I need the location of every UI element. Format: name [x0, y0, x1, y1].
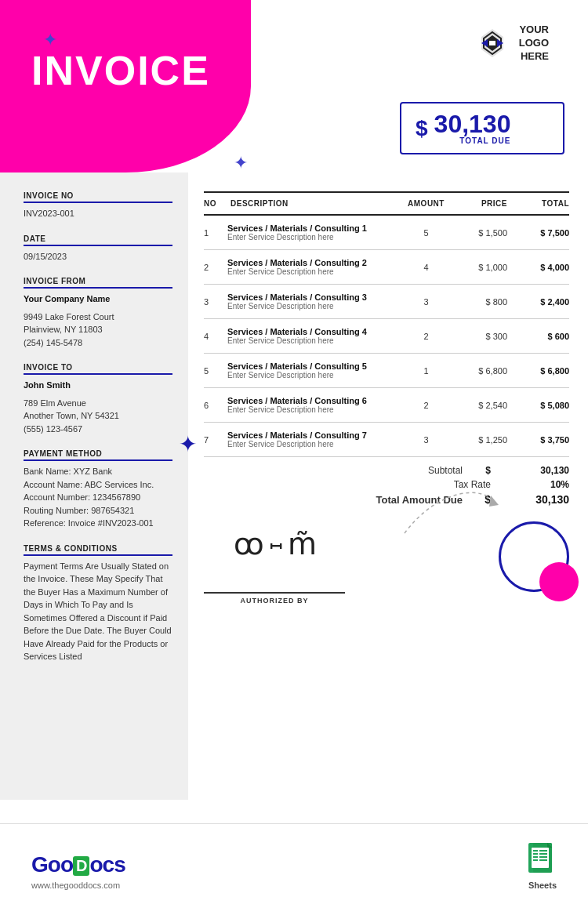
total-amount-value: 30,130: [434, 111, 511, 136]
row-amount: 4: [401, 263, 452, 272]
payment-label: PAYMENT METHOD: [24, 449, 172, 458]
footer: GooDocs www.thegooddocs.com Sheets: [0, 823, 588, 897]
total-value: 30,130: [506, 493, 569, 506]
col-no-header: NO: [204, 199, 227, 208]
payment-details: Bank Name: XYZ Bank Account Name: ABC Se…: [24, 465, 172, 530]
row-desc-sub: Enter Service Description here: [227, 371, 401, 380]
row-desc-sub: Enter Service Description here: [227, 336, 401, 345]
sheets-label: Sheets: [528, 881, 557, 890]
date-label: DATE: [24, 234, 172, 243]
invoice-no-value: INV2023-001: [24, 207, 172, 220]
sidebar: INVOICE NO INV2023-001 DATE 09/15/2023 I…: [0, 172, 188, 800]
total-due-box: $ 30,130 TOTAL DUE: [400, 102, 564, 154]
row-amount: 3: [401, 297, 452, 307]
svg-marker-4: [489, 496, 499, 507]
table-row: 1 Services / Materials / Consulting 1 En…: [204, 216, 569, 250]
from-address: 9949 Lake Forest Court Plainview, NY 118…: [24, 310, 172, 350]
signature-line: [204, 592, 345, 594]
subtotal-row: Subtotal $ 30,130: [384, 465, 569, 476]
row-desc-sub: Enter Service Description here: [227, 440, 401, 448]
signature-scribble: ꝏ ꟷ m̃: [234, 529, 315, 559]
row-no: 1: [204, 228, 227, 238]
svg-rect-10: [533, 853, 538, 855]
row-amount: 2: [401, 332, 452, 341]
row-desc-sub: Enter Service Description here: [227, 302, 401, 310]
row-desc-main: Services / Materials / Consulting 4: [227, 327, 401, 336]
date-value: 09/15/2023: [24, 250, 172, 263]
row-desc-main: Services / Materials / Consulting 3: [227, 292, 401, 302]
invoice-page: ✦ INVOICE ✦ YOUR LOGO HERE $ 30,130: [0, 0, 588, 897]
row-no: 4: [204, 332, 227, 341]
sheets-icon: [528, 843, 557, 877]
divider: [24, 459, 172, 461]
row-price: $ 2,540: [452, 401, 510, 410]
row-desc: Services / Materials / Consulting 1 Ente…: [227, 223, 401, 242]
row-desc-main: Services / Materials / Consulting 1: [227, 223, 401, 233]
gooddocs-logo: GooDocs: [31, 852, 125, 877]
row-desc: Services / Materials / Consulting 4 Ente…: [227, 327, 401, 345]
row-total: $ 2,400: [510, 297, 569, 307]
footer-url: www.thegooddocs.com: [31, 881, 125, 890]
table-header: NO DESCRIPTION AMOUNT PRICE TOTAL: [204, 191, 569, 216]
circle-blue: [499, 521, 569, 592]
svg-rect-13: [539, 856, 547, 858]
invoice-no-label: INVOICE NO: [24, 191, 172, 200]
row-desc-main: Services / Materials / Consulting 7: [227, 430, 401, 440]
table-row: 4 Services / Materials / Consulting 4 En…: [204, 319, 569, 354]
col-total-header: TOTAL: [510, 199, 569, 208]
row-total: $ 6,800: [510, 366, 569, 376]
divider: [24, 554, 172, 556]
row-desc-main: Services / Materials / Consulting 5: [227, 361, 401, 371]
terms-label: TERMS & CONDITIONS: [24, 544, 172, 553]
signature-label: AUTHORIZED BY: [241, 597, 309, 605]
row-desc-main: Services / Materials / Consulting 2: [227, 258, 401, 267]
from-name: Your Company Name: [24, 292, 172, 306]
svg-rect-9: [539, 850, 547, 852]
logo-text: YOUR LOGO HERE: [519, 24, 549, 64]
table-rows: 1 Services / Materials / Consulting 1 En…: [204, 216, 569, 457]
to-label: INVOICE TO: [24, 363, 172, 372]
date-section: DATE 09/15/2023: [24, 234, 172, 263]
row-amount: 5: [401, 228, 452, 238]
svg-rect-15: [539, 859, 547, 861]
svg-marker-3: [489, 41, 495, 45]
row-total: $ 3,750: [510, 435, 569, 445]
to-address: 789 Elm Avenue Another Town, NY 54321 (5…: [24, 397, 172, 436]
row-amount: 2: [401, 401, 452, 410]
row-no: 2: [204, 263, 227, 272]
svg-rect-11: [539, 853, 547, 855]
table-row: 3 Services / Materials / Consulting 3 En…: [204, 285, 569, 319]
row-total: $ 4,000: [510, 263, 569, 272]
table-row: 2 Services / Materials / Consulting 2 En…: [204, 250, 569, 285]
logo-icon: [474, 24, 511, 62]
col-desc-header: DESCRIPTION: [227, 199, 401, 208]
row-no: 6: [204, 401, 227, 410]
svg-rect-12: [533, 856, 538, 858]
payment-section: PAYMENT METHOD Bank Name: XYZ Bank Accou…: [24, 449, 172, 530]
row-price: $ 300: [452, 332, 510, 341]
row-price: $ 1,500: [452, 228, 510, 238]
sheets-icon-area: Sheets: [528, 843, 557, 890]
total-due-label: TOTAL DUE: [459, 136, 510, 145]
divider: [24, 245, 172, 246]
from-label: INVOICE FROM: [24, 277, 172, 285]
row-desc-sub: Enter Service Description here: [227, 267, 401, 276]
from-section: INVOICE FROM Your Company Name 9949 Lake…: [24, 277, 172, 349]
col-price-header: PRICE: [452, 199, 510, 208]
col-amount-header: AMOUNT: [401, 199, 452, 208]
table-row: 6 Services / Materials / Consulting 6 En…: [204, 388, 569, 423]
row-total: $ 7,500: [510, 228, 569, 238]
invoice-no-section: INVOICE NO INV2023-001: [24, 191, 172, 220]
row-desc: Services / Materials / Consulting 7 Ente…: [227, 430, 401, 448]
row-desc: Services / Materials / Consulting 2 Ente…: [227, 258, 401, 276]
row-price: $ 1,000: [452, 263, 510, 272]
decorative-circles: [499, 521, 569, 592]
row-desc: Services / Materials / Consulting 3 Ente…: [227, 292, 401, 310]
row-no: 7: [204, 435, 227, 445]
star-decoration-header-bottom: ✦: [234, 153, 248, 173]
row-price: $ 800: [452, 297, 510, 307]
signature-area: ꝏ ꟷ m̃ AUTHORIZED BY: [204, 529, 569, 605]
footer-logo-area: GooDocs www.thegooddocs.com: [31, 852, 125, 890]
to-name: John Smith: [24, 379, 172, 392]
dotted-arrow-decoration: [397, 478, 499, 541]
